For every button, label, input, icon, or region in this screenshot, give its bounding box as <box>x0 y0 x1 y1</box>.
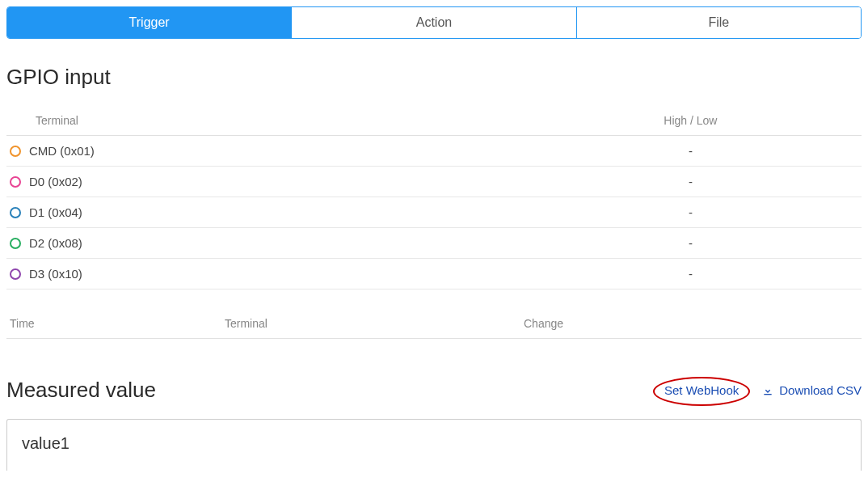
event-header-change: Change <box>524 317 862 330</box>
tab-file[interactable]: File <box>577 7 861 38</box>
gpio-input-title: GPIO input <box>6 65 862 90</box>
measured-value-box: value1 <box>6 419 862 471</box>
tab-action[interactable]: Action <box>292 7 576 38</box>
event-header-terminal: Terminal <box>225 317 524 330</box>
set-webhook-label: Set WebHook <box>664 383 739 397</box>
circle-icon <box>10 268 21 280</box>
gpio-terminal-label: D0 (0x02) <box>29 175 82 188</box>
circle-icon <box>10 207 21 218</box>
svg-rect-0 <box>765 394 772 395</box>
set-webhook-link[interactable]: Set WebHook <box>664 383 739 397</box>
gpio-terminal-label: CMD (0x01) <box>29 144 95 158</box>
gpio-value: - <box>520 197 862 228</box>
top-tabs: Trigger Action File <box>6 6 862 39</box>
measured-value-label: value1 <box>22 434 70 452</box>
tab-trigger[interactable]: Trigger <box>7 7 292 38</box>
gpio-header-highlow: High / Low <box>520 108 862 136</box>
gpio-row: D2 (0x08) - <box>6 228 862 259</box>
circle-icon <box>10 238 21 249</box>
event-header-time: Time <box>6 317 225 330</box>
measured-value-header: Measured value Set WebHook Download CSV <box>6 378 862 403</box>
gpio-row: D3 (0x10) - <box>6 259 862 289</box>
download-csv-label: Download CSV <box>779 383 862 397</box>
download-icon <box>761 384 774 397</box>
measured-value-title: Measured value <box>6 378 156 403</box>
download-csv-link[interactable]: Download CSV <box>761 383 862 397</box>
gpio-value: - <box>520 259 862 289</box>
circle-icon <box>10 146 21 157</box>
gpio-value: - <box>520 167 862 197</box>
event-log-header: Time Terminal Change <box>6 309 862 339</box>
gpio-row: D1 (0x04) - <box>6 197 862 228</box>
gpio-table: Terminal High / Low CMD (0x01) - D0 (0x0… <box>6 108 862 289</box>
gpio-value: - <box>520 228 862 259</box>
gpio-row: D0 (0x02) - <box>6 167 862 197</box>
circle-icon <box>10 176 21 188</box>
gpio-value: - <box>520 136 862 167</box>
gpio-terminal-label: D1 (0x04) <box>29 205 82 219</box>
gpio-header-terminal: Terminal <box>6 108 520 136</box>
gpio-row: CMD (0x01) - <box>6 136 862 167</box>
gpio-terminal-label: D2 (0x08) <box>29 236 82 250</box>
measured-value-actions: Set WebHook Download CSV <box>664 383 862 397</box>
gpio-terminal-label: D3 (0x10) <box>29 267 82 281</box>
